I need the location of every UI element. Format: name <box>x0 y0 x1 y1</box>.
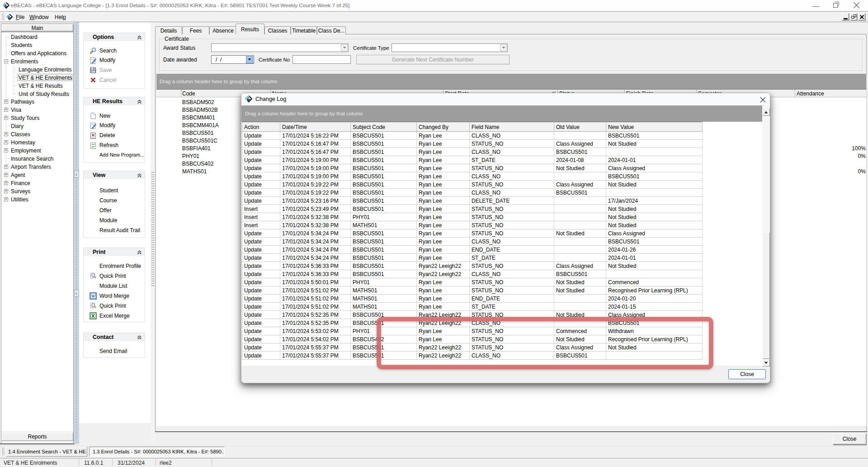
svg-text:W: W <box>91 294 95 299</box>
